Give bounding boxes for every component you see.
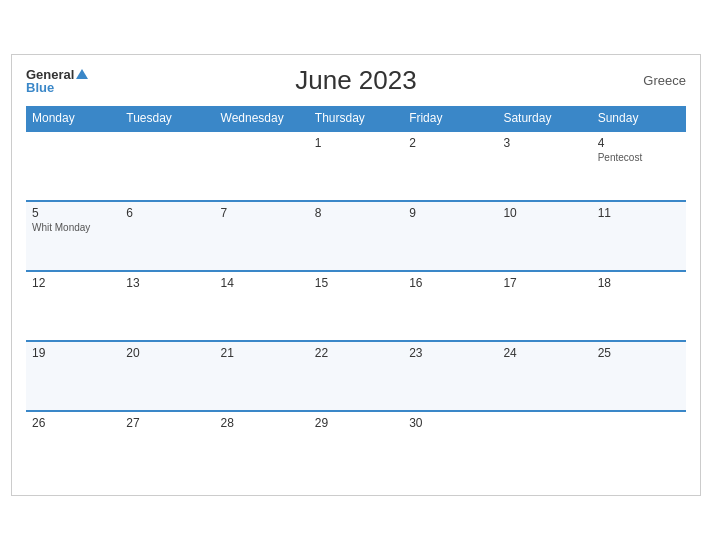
day-number: 5 [32,206,114,220]
day-number: 25 [598,346,680,360]
calendar-cell: 26 [26,411,120,481]
day-number: 24 [503,346,585,360]
calendar-cell: 15 [309,271,403,341]
calendar-cell: 6 [120,201,214,271]
calendar-cell: 16 [403,271,497,341]
calendar-cell: 3 [497,131,591,201]
calendar-cell [120,131,214,201]
calendar-cell: 2 [403,131,497,201]
day-number: 13 [126,276,208,290]
day-number: 28 [221,416,303,430]
calendar-cell: 10 [497,201,591,271]
calendar-cell [497,411,591,481]
calendar-cell: 8 [309,201,403,271]
holiday-label: Pentecost [598,152,680,163]
calendar-cell: 14 [215,271,309,341]
logo-general-text: General [26,68,74,81]
calendar-title: June 2023 [295,65,416,96]
day-number: 7 [221,206,303,220]
weekday-header-thursday: Thursday [309,106,403,131]
weekday-header-monday: Monday [26,106,120,131]
calendar-cell [592,411,686,481]
day-number: 21 [221,346,303,360]
day-number: 30 [409,416,491,430]
day-number: 1 [315,136,397,150]
calendar-cell: 29 [309,411,403,481]
calendar-week-row: 12131415161718 [26,271,686,341]
day-number: 11 [598,206,680,220]
country-label: Greece [643,73,686,88]
day-number: 27 [126,416,208,430]
calendar-header: General Blue June 2023 Greece [26,65,686,96]
day-number: 15 [315,276,397,290]
day-number: 3 [503,136,585,150]
weekday-header-row: MondayTuesdayWednesdayThursdayFridaySatu… [26,106,686,131]
calendar-cell: 9 [403,201,497,271]
calendar-cell [26,131,120,201]
calendar-cell: 21 [215,341,309,411]
day-number: 8 [315,206,397,220]
calendar-cell: 24 [497,341,591,411]
calendar-week-row: 1234Pentecost [26,131,686,201]
weekday-header-saturday: Saturday [497,106,591,131]
calendar-cell: 30 [403,411,497,481]
logo-triangle-icon [76,69,88,79]
day-number: 29 [315,416,397,430]
day-number: 22 [315,346,397,360]
day-number: 18 [598,276,680,290]
day-number: 14 [221,276,303,290]
weekday-header-wednesday: Wednesday [215,106,309,131]
day-number: 19 [32,346,114,360]
calendar-week-row: 2627282930 [26,411,686,481]
calendar-cell: 5Whit Monday [26,201,120,271]
day-number: 9 [409,206,491,220]
holiday-label: Whit Monday [32,222,114,233]
day-number: 17 [503,276,585,290]
calendar-cell: 18 [592,271,686,341]
calendar-week-row: 5Whit Monday67891011 [26,201,686,271]
calendar-container: General Blue June 2023 Greece MondayTues… [11,54,701,496]
weekday-header-tuesday: Tuesday [120,106,214,131]
calendar-cell: 12 [26,271,120,341]
calendar-cell: 7 [215,201,309,271]
calendar-cell: 28 [215,411,309,481]
day-number: 20 [126,346,208,360]
calendar-cell: 17 [497,271,591,341]
day-number: 2 [409,136,491,150]
day-number: 23 [409,346,491,360]
calendar-cell: 1 [309,131,403,201]
calendar-cell: 23 [403,341,497,411]
calendar-cell: 4Pentecost [592,131,686,201]
calendar-cell [215,131,309,201]
logo: General Blue [26,68,88,94]
day-number: 12 [32,276,114,290]
calendar-cell: 11 [592,201,686,271]
day-number: 6 [126,206,208,220]
calendar-cell: 27 [120,411,214,481]
calendar-cell: 22 [309,341,403,411]
calendar-cell: 13 [120,271,214,341]
weekday-header-sunday: Sunday [592,106,686,131]
day-number: 4 [598,136,680,150]
calendar-grid: MondayTuesdayWednesdayThursdayFridaySatu… [26,106,686,481]
calendar-cell: 20 [120,341,214,411]
day-number: 10 [503,206,585,220]
day-number: 26 [32,416,114,430]
calendar-week-row: 19202122232425 [26,341,686,411]
day-number: 16 [409,276,491,290]
calendar-cell: 25 [592,341,686,411]
logo-blue-text: Blue [26,81,88,94]
calendar-cell: 19 [26,341,120,411]
weekday-header-friday: Friday [403,106,497,131]
